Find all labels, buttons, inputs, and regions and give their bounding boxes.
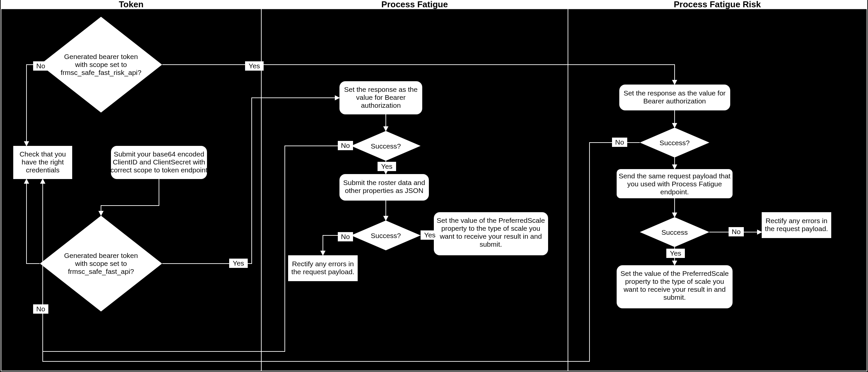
svg-text:Yes: Yes xyxy=(233,259,244,267)
svg-text:credentials: credentials xyxy=(26,166,60,174)
process-pr-rectify: Rectify any errors in the request payloa… xyxy=(762,212,831,238)
svg-text:have the right: have the right xyxy=(22,158,64,166)
lane-header-risk: Process Fatigue Risk xyxy=(674,0,762,9)
process-check-credentials: Check that you have the right credential… xyxy=(13,146,72,179)
svg-text:the request payload.: the request payload. xyxy=(765,225,828,232)
svg-text:Generated bearer token: Generated bearer token xyxy=(64,252,138,259)
svg-text:No: No xyxy=(615,138,624,146)
svg-text:Yes: Yes xyxy=(381,163,393,170)
svg-text:Send the same request payload : Send the same request payload that xyxy=(619,172,731,180)
svg-text:with scope set to: with scope set to xyxy=(75,260,127,267)
swimlane-flowchart: Token Process Fatigue Process Fatigue Ri… xyxy=(0,0,868,372)
svg-text:want to receive your result in: want to receive your result in and xyxy=(623,285,725,293)
svg-text:Yes: Yes xyxy=(670,249,681,257)
svg-text:Set the value of the Preferred: Set the value of the PreferredScale xyxy=(621,269,729,277)
svg-text:Submit the roster data and: Submit the roster data and xyxy=(343,179,425,186)
svg-text:correct scope to token endpoin: correct scope to token endpoint xyxy=(110,166,207,174)
svg-text:endpoint.: endpoint. xyxy=(660,188,689,196)
svg-text:submit.: submit. xyxy=(663,293,686,301)
svg-text:No: No xyxy=(36,62,45,69)
svg-text:Yes: Yes xyxy=(249,62,260,69)
svg-text:value for Bearer: value for Bearer xyxy=(356,93,405,101)
svg-text:want to receive your result in: want to receive your result in and xyxy=(439,232,542,240)
lane-header-token: Token xyxy=(119,0,144,9)
svg-text:property to the type of scale : property to the type of scale you xyxy=(441,225,540,232)
process-pr-send-payload: Send the same request payload that you u… xyxy=(617,169,733,198)
svg-text:Yes: Yes xyxy=(424,231,435,239)
svg-text:Set the response as the: Set the response as the xyxy=(344,86,417,93)
svg-text:ClientID and ClientSecret with: ClientID and ClientSecret with xyxy=(113,158,205,166)
svg-text:frmsc_safe_fast_risk_api?: frmsc_safe_fast_risk_api? xyxy=(61,68,142,77)
svg-text:the request payload.: the request payload. xyxy=(291,268,354,276)
process-pf-rectify: Rectify any errors in the request payloa… xyxy=(288,255,358,281)
process-submit-credentials: Submit your base64 encoded ClientID and … xyxy=(110,146,207,179)
svg-text:Success?: Success? xyxy=(371,232,401,239)
svg-text:No: No xyxy=(341,142,350,149)
process-pf-preferred-scale: Set the value of the PreferredScale prop… xyxy=(434,212,548,255)
svg-text:Bearer  authorization: Bearer authorization xyxy=(643,97,706,105)
process-pf-submit-roster: Submit the roster data and other propert… xyxy=(339,174,429,201)
svg-text:Set the response as the value : Set the response as the value for xyxy=(624,89,725,97)
lane-header-process: Process Fatigue xyxy=(381,0,448,9)
svg-text:authorization: authorization xyxy=(361,102,401,109)
process-pr-preferred-scale: Set the value of the PreferredScale prop… xyxy=(617,265,733,308)
svg-text:Rectify any errors in: Rectify any errors in xyxy=(766,217,828,225)
svg-text:Success: Success xyxy=(661,228,687,236)
svg-text:No: No xyxy=(341,233,350,240)
svg-text:No: No xyxy=(732,228,741,235)
svg-text:you used with Process Fatigue: you used with Process Fatigue xyxy=(627,180,722,188)
process-pf-set-bearer: Set the response as the value for Bearer… xyxy=(339,81,422,114)
svg-text:Set the value of the Preferred: Set the value of the PreferredScale xyxy=(437,217,545,224)
svg-text:Check that you: Check that you xyxy=(20,150,66,158)
svg-text:Generated bearer token: Generated bearer token xyxy=(64,53,138,60)
svg-text:No: No xyxy=(36,305,45,313)
svg-text:frmsc_safe_fast_api?: frmsc_safe_fast_api? xyxy=(68,267,134,276)
svg-text:Success?: Success? xyxy=(371,142,401,150)
svg-text:property to the type of scale : property to the type of scale you xyxy=(625,278,724,285)
process-pr-set-bearer: Set the response as the value for Bearer… xyxy=(619,85,730,110)
svg-text:submit.: submit. xyxy=(479,240,502,248)
svg-text:other properties as JSON: other properties as JSON xyxy=(345,187,424,194)
svg-text:Submit your base64 encoded: Submit your base64 encoded xyxy=(114,150,204,158)
svg-text:Success?: Success? xyxy=(659,139,689,147)
svg-text:with scope set to: with scope set to xyxy=(75,61,127,68)
svg-text:Rectify any errors in: Rectify any errors in xyxy=(292,260,354,267)
